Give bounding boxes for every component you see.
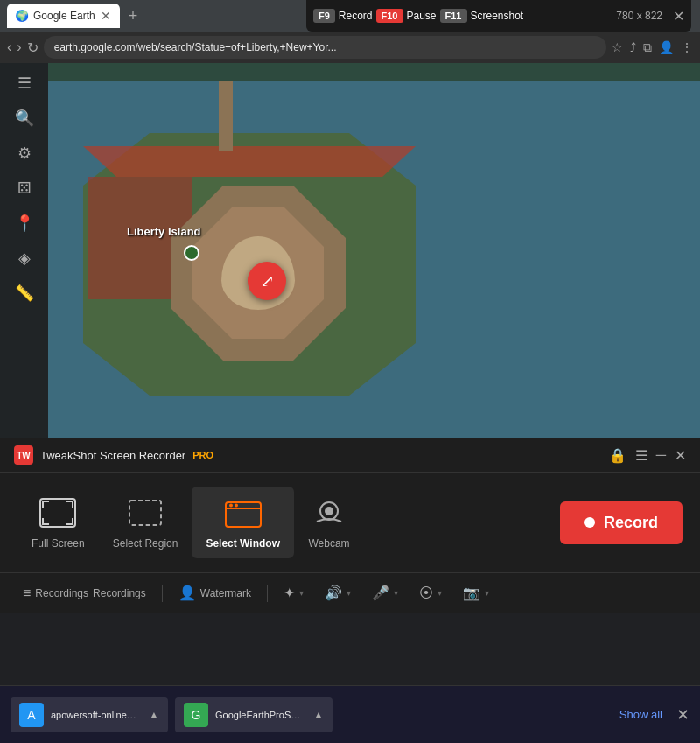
- ge-layers-icon[interactable]: ◈: [18, 249, 31, 268]
- share-icon[interactable]: ⤴: [630, 40, 636, 55]
- webcam-icon: [308, 495, 350, 530]
- show-all-button[interactable]: Show all: [612, 704, 669, 725]
- ts-toolbar: ≡ Recordings Recordings 👤 Watermark ✦ ▾ …: [0, 572, 700, 613]
- select-window-label: Select Window: [206, 537, 280, 550]
- record-button[interactable]: Record: [560, 501, 682, 544]
- svg-rect-0: [40, 499, 75, 527]
- ge-dice-icon[interactable]: ⚄: [18, 179, 32, 198]
- mic-arrow: ▾: [394, 588, 398, 598]
- tweakshot-panel: TW TweakShot Screen Recorder PRO 🔒 ☰ ─ ✕: [0, 438, 700, 613]
- back-button[interactable]: ‹: [7, 39, 11, 55]
- recordings-button[interactable]: ≡ Recordings Recordings: [14, 581, 155, 606]
- record-dot: [584, 517, 595, 528]
- webcam-tool-button[interactable]: ⦿ ▾: [410, 581, 451, 606]
- screenshot-label: Screenshot: [471, 10, 524, 22]
- f10-key: F10: [376, 9, 403, 23]
- tab-close-button[interactable]: ✕: [101, 9, 111, 23]
- select-region-icon: [124, 495, 166, 530]
- select-window-mode-btn[interactable]: Select Window: [192, 487, 294, 558]
- satellite-view: ☰ 🔍 ⚙ ⚄ 📍 ◈ 📏 Liberty Island ⤢: [0, 63, 700, 501]
- reload-button[interactable]: ↻: [27, 39, 38, 56]
- svg-rect-1: [130, 501, 161, 525]
- close-panel-icon[interactable]: ✕: [675, 447, 686, 464]
- pier: [219, 81, 233, 151]
- pause-label: Pause: [407, 10, 437, 22]
- svg-point-5: [234, 504, 238, 508]
- taskbar-close-button[interactable]: ✕: [676, 705, 690, 725]
- browser-content: ☰ 🔍 ⚙ ⚄ 📍 ◈ 📏 Liberty Island ⤢: [0, 63, 700, 501]
- ge-sidebar: ☰ 🔍 ⚙ ⚄ 📍 ◈ 📏: [0, 63, 48, 501]
- svg-point-4: [229, 504, 233, 508]
- audio-arrow: ▾: [346, 588, 351, 598]
- webcam-mode-btn[interactable]: Webcam: [294, 487, 364, 558]
- menu-icon[interactable]: ⋮: [681, 40, 693, 55]
- audio-icon: 🔊: [325, 585, 342, 601]
- lock-icon[interactable]: 🔒: [609, 447, 626, 464]
- audio-system-button[interactable]: 🔊 ▾: [316, 580, 360, 606]
- taskbar-app-apowersoft[interactable]: A apowersoft-online....exe ▲: [10, 697, 168, 732]
- ge-location-icon[interactable]: 📍: [15, 214, 34, 233]
- dimensions-label: 780 x 822: [616, 10, 662, 22]
- record-bar: F9 Record F10 Pause F11 Screenshot 780 x…: [306, 0, 691, 32]
- record-btn-label: Record: [604, 514, 658, 532]
- watermark-button[interactable]: 👤 Watermark: [170, 580, 260, 606]
- url-input[interactable]: [44, 36, 606, 59]
- extensions-icon[interactable]: ⧉: [643, 40, 652, 55]
- profile-icon[interactable]: 👤: [659, 40, 674, 55]
- ge-settings-icon[interactable]: ⚙: [18, 144, 32, 163]
- watermark-label: Watermark: [200, 587, 251, 599]
- watermark-icon: 👤: [178, 585, 196, 601]
- red-path: [83, 146, 416, 177]
- tab-favicon: 🌍: [16, 10, 28, 22]
- effects-icon: ✦: [284, 585, 295, 601]
- liberty-island-label: Liberty Island: [127, 225, 201, 238]
- fullscreen-mode-btn[interactable]: Full Screen: [18, 487, 99, 558]
- webcam-tool-icon: ⦿: [419, 585, 433, 601]
- googleearth-label: GoogleEarthProSe....exe: [215, 710, 303, 720]
- ge-menu-icon[interactable]: ☰: [18, 74, 32, 93]
- ge-search-icon[interactable]: 🔍: [15, 109, 34, 128]
- camera-arrow: ▾: [485, 588, 489, 598]
- webcam-arrow: ▾: [438, 588, 442, 598]
- toolbar-divider-2: [267, 585, 268, 602]
- hamburger-icon[interactable]: ☰: [635, 447, 648, 464]
- tweakshot-logo: TW: [14, 445, 33, 465]
- taskbar-app-googleearth[interactable]: G GoogleEarthProSe....exe ▲: [175, 697, 332, 732]
- camera-tool-icon: 📷: [463, 585, 480, 601]
- apowersoft-icon: A: [19, 703, 44, 727]
- tweakshot-header-icons: 🔒 ☰ ─ ✕: [609, 447, 686, 464]
- tab-title: Google Earth: [33, 10, 95, 22]
- apowersoft-label: apowersoft-online....exe: [51, 710, 138, 720]
- microphone-button[interactable]: 🎤 ▾: [363, 580, 407, 606]
- forward-button[interactable]: ›: [17, 39, 21, 55]
- tweakshot-pro-badge: PRO: [192, 450, 214, 460]
- new-tab-button[interactable]: +: [123, 7, 144, 25]
- minimize-icon[interactable]: ─: [656, 447, 666, 464]
- bookmark-icon[interactable]: ☆: [612, 40, 623, 55]
- tweakshot-header: TW TweakShot Screen Recorder PRO 🔒 ☰ ─ ✕: [0, 438, 700, 473]
- browser-toolbar: ☆ ⤴ ⧉ 👤 ⋮: [612, 40, 693, 55]
- mode-buttons: Full Screen Select Region Select Wind: [0, 473, 700, 572]
- select-window-icon: [222, 495, 264, 530]
- effects-button[interactable]: ✦ ▾: [275, 580, 312, 606]
- browser-tab[interactable]: 🌍 Google Earth ✕: [7, 4, 120, 28]
- ge-ruler-icon[interactable]: 📏: [15, 284, 34, 303]
- f11-key: F11: [440, 9, 467, 23]
- tweakshot-title: TweakShot Screen Recorder: [40, 449, 186, 462]
- select-region-mode-btn[interactable]: Select Region: [99, 487, 192, 558]
- fullscreen-icon: [37, 495, 79, 530]
- address-bar: ‹ › ↻ ☆ ⤴ ⧉ 👤 ⋮: [0, 32, 700, 63]
- f9-key: F9: [313, 9, 335, 23]
- liberty-tree-marker: [184, 245, 200, 261]
- taskbar: A apowersoft-online....exe ▲ G GoogleEar…: [0, 685, 700, 743]
- svg-point-7: [325, 507, 333, 515]
- webcam-label: Webcam: [308, 537, 349, 550]
- record-label: Record: [339, 10, 373, 22]
- mic-icon: 🎤: [372, 585, 389, 601]
- camera-tool-button[interactable]: 📷 ▾: [454, 580, 498, 606]
- effects-arrow: ▾: [299, 588, 304, 598]
- move-cursor-icon: ⤢: [248, 262, 286, 300]
- googleearth-chevron: ▲: [313, 709, 324, 721]
- apowersoft-chevron: ▲: [149, 709, 159, 721]
- record-bar-close[interactable]: ✕: [673, 8, 684, 25]
